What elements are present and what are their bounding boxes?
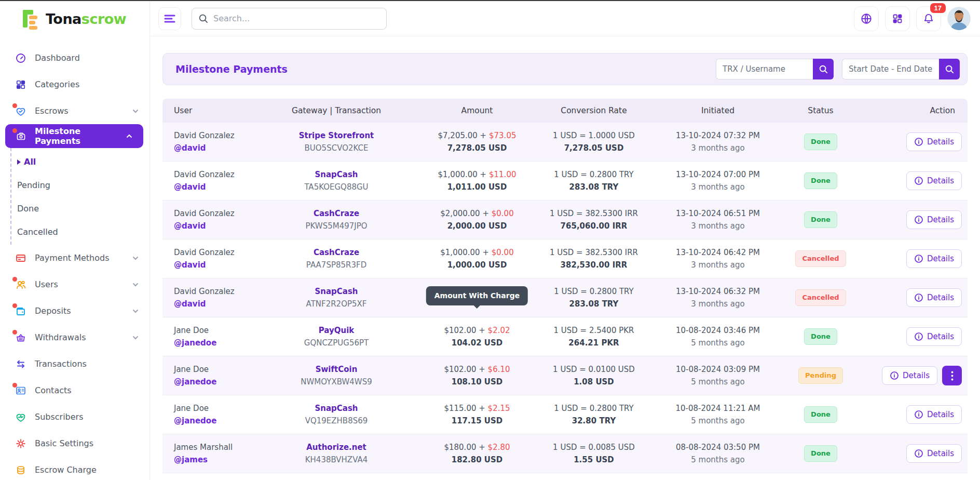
column-header-action: Action bbox=[861, 106, 968, 115]
sidebar-item-subscribers[interactable]: Subscribers bbox=[0, 404, 149, 430]
gateway-link[interactable]: Authorize.net bbox=[251, 442, 422, 454]
row-menu-button[interactable] bbox=[942, 366, 962, 385]
amount-with-charge: $2,000.00 + $0.00 bbox=[422, 208, 532, 220]
sidebar-item-categories[interactable]: Categories bbox=[0, 71, 149, 98]
user-avatar[interactable] bbox=[947, 7, 971, 30]
user-handle-link[interactable]: @janedoe bbox=[174, 337, 251, 349]
user-handle-link[interactable]: @janedoe bbox=[174, 376, 251, 388]
initiated-date: 13-10-2024 06:42 PM bbox=[656, 247, 780, 259]
gateway-link[interactable]: SnapCash bbox=[251, 403, 422, 415]
details-button[interactable]: Details bbox=[906, 210, 962, 229]
user-fullname: David Gonzalez bbox=[174, 130, 251, 142]
user-handle-link[interactable]: @james bbox=[174, 454, 251, 466]
gateway-link[interactable]: SnapCash bbox=[251, 169, 422, 181]
column-header-initiated: Initiated bbox=[656, 106, 780, 115]
details-button[interactable]: Details bbox=[906, 288, 962, 307]
gateway-link[interactable]: PayQuik bbox=[251, 325, 422, 337]
sidebar-item-deposits[interactable]: Deposits bbox=[0, 298, 149, 324]
amount-with-charge: $180.00 + $2.80 bbox=[422, 442, 532, 454]
info-icon bbox=[914, 293, 923, 302]
user-handle-link[interactable]: @david bbox=[174, 220, 251, 232]
subscribers-icon bbox=[15, 411, 27, 423]
submenu-item-done[interactable]: Done bbox=[11, 197, 149, 220]
sidebar-item-escrows[interactable]: Escrows bbox=[0, 98, 149, 124]
sidebar-item-label: Contacts bbox=[35, 385, 72, 395]
sidebar-item-label: Dashboard bbox=[35, 53, 80, 63]
date-range-input[interactable] bbox=[842, 59, 939, 79]
brand-logo[interactable]: Tonascrow bbox=[0, 1, 149, 36]
user-fullname: David Gonzalez bbox=[174, 286, 251, 298]
charge-amount: $73.05 bbox=[489, 131, 516, 140]
details-button[interactable]: Details bbox=[906, 405, 962, 424]
chevron-down-icon bbox=[132, 308, 139, 315]
table-row: David Gonzalez @david SnapCash ATNF2R2OP… bbox=[162, 278, 968, 317]
trx-search-button[interactable] bbox=[813, 59, 834, 79]
app-window: Tonascrow Dashboard Categories bbox=[0, 1, 980, 480]
sidebar-item-escrow-charge[interactable]: Escrow Charge bbox=[0, 457, 149, 480]
sidebar-item-users[interactable]: Users bbox=[0, 271, 149, 298]
brand-name: Tonascrow bbox=[46, 11, 126, 27]
gateway-link[interactable]: CashCraze bbox=[251, 208, 422, 220]
user-handle-link[interactable]: @david bbox=[174, 298, 251, 310]
initiated-ago: 3 months ago bbox=[656, 220, 780, 232]
sidebar-item-label: Transactions bbox=[35, 359, 87, 369]
gateway-link[interactable]: CashCraze bbox=[251, 247, 422, 259]
details-button[interactable]: Details bbox=[882, 366, 937, 385]
sidebar-item-milestone-payments[interactable]: Milestone Payments bbox=[5, 124, 143, 148]
user-handle-link[interactable]: @david bbox=[174, 142, 251, 154]
sidebar-item-transactions[interactable]: Transactions bbox=[0, 351, 149, 377]
user-fullname: David Gonzalez bbox=[174, 169, 251, 181]
status-badge: Done bbox=[804, 445, 837, 462]
column-header-gateway-transaction: Gateway | Transaction bbox=[251, 106, 422, 115]
amount-with-charge: $1,000.00 + $11.00 bbox=[422, 169, 532, 181]
page-content: Milestone Payments bbox=[150, 36, 980, 480]
charge-amount: $11.00 bbox=[489, 170, 516, 179]
sidebar-item-payment-methods[interactable]: Payment Methods bbox=[0, 245, 149, 271]
gateway-link[interactable]: SwiftCoin bbox=[251, 364, 422, 376]
info-icon bbox=[890, 371, 899, 380]
submenu-item-pending[interactable]: Pending bbox=[11, 174, 149, 197]
details-button[interactable]: Details bbox=[906, 327, 962, 346]
sidebar-item-contacts[interactable]: Contacts bbox=[0, 377, 149, 404]
table-row: David Gonzalez @david Stripe Storefront … bbox=[162, 123, 968, 162]
language-button[interactable] bbox=[854, 6, 879, 31]
search-input[interactable] bbox=[213, 14, 380, 23]
conversion-rate: 1 USD = 0.0085 USD bbox=[532, 442, 656, 454]
sidebar-item-dashboard[interactable]: Dashboard bbox=[0, 45, 149, 71]
status-badge: Done bbox=[804, 134, 837, 150]
date-search-button[interactable] bbox=[939, 59, 960, 79]
transaction-code: TA5KOEGQ88GU bbox=[251, 181, 422, 193]
sidebar-item-basic-settings[interactable]: Basic Settings bbox=[0, 430, 149, 457]
info-icon bbox=[914, 410, 923, 419]
gateway-link[interactable]: Stripe Storefront bbox=[251, 130, 422, 142]
user-handle-link[interactable]: @david bbox=[174, 259, 251, 271]
dashboard-icon bbox=[15, 52, 27, 64]
submenu-item-cancelled[interactable]: Cancelled bbox=[11, 220, 149, 244]
charge-amount: $2.15 bbox=[488, 404, 510, 413]
sidebar-item-label: Users bbox=[35, 279, 58, 289]
details-button[interactable]: Details bbox=[906, 171, 962, 190]
sidebar-nav: Dashboard Categories Escrows bbox=[0, 36, 149, 480]
details-button[interactable]: Details bbox=[906, 444, 962, 463]
notifications-button[interactable]: 17 bbox=[916, 6, 941, 31]
hamburger-menu-button[interactable] bbox=[158, 7, 181, 30]
initiated-date: 08-08-2024 03:50 PM bbox=[656, 442, 780, 454]
details-button[interactable]: Details bbox=[906, 132, 962, 151]
user-handle-link[interactable]: @david bbox=[174, 181, 251, 193]
converted-amount: 283.08 TRY bbox=[532, 298, 656, 310]
escrows-icon bbox=[15, 105, 27, 117]
user-handle-link[interactable]: @janedoe bbox=[174, 415, 251, 427]
sidebar-item-withdrawals[interactable]: Withdrawals bbox=[0, 324, 149, 351]
user-fullname: David Gonzalez bbox=[174, 208, 251, 220]
kebab-icon bbox=[951, 371, 954, 381]
gateway-link[interactable]: SnapCash bbox=[251, 286, 422, 298]
trx-username-input[interactable] bbox=[716, 59, 813, 79]
chevron-up-icon bbox=[126, 132, 133, 140]
amount-with-charge: $1,000.00 + $0.00 bbox=[422, 247, 532, 259]
submenu-item-all[interactable]: All bbox=[11, 150, 149, 174]
initiated-date: 13-10-2024 07:00 PM bbox=[656, 169, 780, 181]
bell-icon bbox=[922, 12, 935, 25]
details-button[interactable]: Details bbox=[906, 249, 962, 268]
column-header-conversion-rate: Conversion Rate bbox=[532, 106, 656, 115]
apps-button[interactable] bbox=[885, 6, 910, 31]
